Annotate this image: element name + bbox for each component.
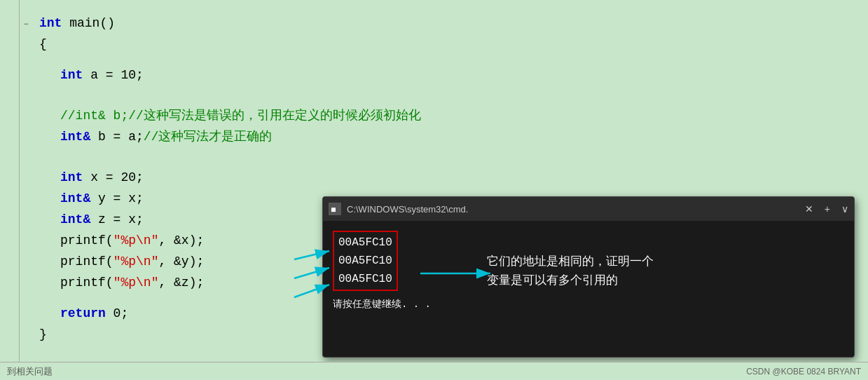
code-line-blank [20,157,868,167]
code-text: } [32,325,47,344]
code-line: int x = 20; [20,167,868,188]
cmd-controls: ✕ + ∨ [805,203,848,215]
code-text: int a = 10; [32,65,144,85]
cmd-close-button[interactable]: ✕ [805,203,813,215]
code-text: //int& b;//这种写法是错误的，引用在定义的时候必须初始化 [32,106,421,125]
cmd-address-2: 00A5FC10 [338,252,392,270]
cmd-chevron-button[interactable]: ∨ [841,203,848,215]
cmd-body: 00A5FC10 00A5FC10 00A5FC10 请按任意键继续. . . … [323,221,854,320]
code-editor: − int main() { int a = 10; //int& b;//这种… [0,0,868,380]
cmd-address-1: 00A5FC10 [338,233,392,252]
cmd-title: C:\WINDOWS\system32\cmd. [347,204,799,215]
code-text: { [32,34,47,54]
explanation-text: 它们的地址是相同的，证明一个变量是可以有多个引用的 [473,238,844,304]
svg-text:■: ■ [331,205,336,213]
explanation-container: 它们的地址是相同的，证明一个变量是可以有多个引用的 [473,228,844,313]
code-text: return 0; [32,304,128,323]
status-right: CSDN @KOBE 0824 BRYANT [746,367,861,376]
code-text: int& y = x; [32,189,144,208]
code-text: int& z = x; [32,210,144,229]
code-line: − int main() [20,13,868,34]
code-line: //int& b;//这种写法是错误的，引用在定义的时候必须初始化 [20,105,868,126]
cmd-address-3: 00A5FC10 [338,270,392,288]
cmd-add-button[interactable]: + [825,203,830,215]
code-line: int& b = a;//这种写法才是正确的 [20,126,868,147]
cmd-titlebar: ■ C:\WINDOWS\system32\cmd. ✕ + ∨ [323,197,854,221]
collapse-icon[interactable]: − [20,20,32,29]
cmd-icon: ■ [329,203,341,215]
code-line: { [20,34,868,55]
code-text: int x = 20; [32,168,144,187]
cmd-output-left: 00A5FC10 00A5FC10 00A5FC10 请按任意键继续. . . [333,228,431,313]
status-bar: 到相关问题 CSDN @KOBE 0824 BRYANT [0,362,868,380]
code-line-blank [20,147,868,157]
code-line-blank [20,95,868,105]
code-text: printf("%p\n", &y); [32,252,204,271]
code-text: printf("%p\n", &x); [32,231,204,250]
code-line-blank [20,55,868,65]
code-text: int& b = a;//这种写法才是正确的 [32,127,272,147]
code-line: int a = 10; [20,65,868,86]
cmd-continue-text: 请按任意键继续. . . [333,295,431,313]
cmd-window: ■ C:\WINDOWS\system32\cmd. ✕ + ∨ 00A5FC1… [322,196,855,358]
status-left[interactable]: 到相关问题 [7,365,53,378]
code-text: int main() [32,13,115,33]
code-line-blank [20,86,868,95]
code-text: printf("%p\n", &z); [32,273,204,292]
